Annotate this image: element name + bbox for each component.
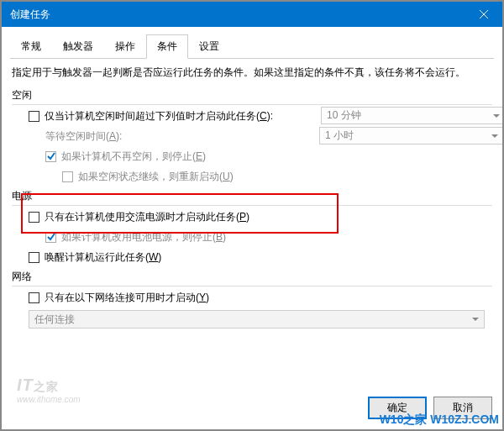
power-battery-label: 如果计算机改用电池电源，则停止(B) [61, 230, 226, 244]
section-network-label: 网络 [12, 270, 494, 284]
idle-wait-value: 1 小时 [325, 129, 354, 143]
chevron-down-icon [493, 114, 500, 118]
dialog-content: 常规 触发器 操作 条件 设置 指定用于与触发器一起判断是否应运行此任务的条件。… [2, 27, 502, 429]
power-wake-label: 唤醒计算机运行此任务(W) [45, 250, 161, 265]
chevron-down-icon [491, 134, 498, 138]
idle-wait-label: 等待空闲时间(A): [45, 129, 122, 144]
watermark-footer: W10之家 W10ZJ.COM [380, 413, 499, 428]
idle-restart-row: 如果空闲状态继续，则重新启动(U) [62, 167, 494, 186]
idle-stop-label: 如果计算机不再空闲，则停止(E) [61, 150, 206, 164]
idle-start-label: 仅当计算机空闲时间超过下列值时才启动此任务(C): [45, 109, 273, 124]
network-connection-select[interactable]: 任何连接 [29, 310, 485, 329]
window-title: 创建任务 [10, 8, 465, 22]
tab-triggers[interactable]: 触发器 [52, 34, 104, 59]
divider [12, 104, 492, 105]
network-only-checkbox[interactable] [29, 292, 39, 303]
watermark-brand: IT之家 www.ithome.com [17, 376, 81, 404]
power-ac-row: 只有在计算机使用交流电源时才启动此任务(P) [29, 208, 494, 226]
power-ac-checkbox[interactable] [29, 212, 39, 223]
idle-start-checkbox[interactable] [29, 111, 39, 122]
idle-wait-select[interactable]: 1 小时 [319, 127, 504, 145]
chevron-down-icon [472, 318, 479, 321]
power-battery-checkbox[interactable] [45, 232, 56, 243]
close-icon [480, 10, 488, 18]
network-only-label: 只有在以下网络连接可用时才启动(Y) [45, 291, 209, 305]
close-button[interactable] [465, 2, 502, 27]
network-only-row: 只有在以下网络连接可用时才启动(Y) [29, 288, 494, 307]
network-connection-value: 任何连接 [34, 313, 75, 327]
idle-restart-label: 如果空闲状态继续，则重新启动(U) [78, 170, 234, 184]
power-ac-label: 只有在计算机使用交流电源时才启动此任务(P) [45, 210, 249, 224]
divider [12, 205, 492, 206]
idle-wait-row: 等待空闲时间(A): 1 小时 [45, 127, 494, 145]
tab-bar: 常规 触发器 操作 条件 设置 [10, 34, 494, 59]
idle-stop-checkbox[interactable] [45, 151, 56, 162]
tab-actions[interactable]: 操作 [104, 34, 146, 59]
tab-settings[interactable]: 设置 [188, 34, 230, 59]
divider [12, 286, 492, 286]
power-battery-row: 如果计算机改用电池电源，则停止(B) [45, 228, 494, 246]
idle-restart-checkbox[interactable] [62, 171, 73, 182]
idle-stop-row: 如果计算机不再空闲，则停止(E) [45, 147, 494, 166]
idle-duration-value: 10 分钟 [327, 108, 361, 123]
idle-start-row: 仅当计算机空闲时间超过下列值时才启动此任务(C): 10 分钟 [29, 107, 494, 125]
power-wake-row: 唤醒计算机运行此任务(W) [29, 248, 494, 266]
idle-duration-select[interactable]: 10 分钟 [321, 107, 504, 124]
power-wake-checkbox[interactable] [29, 252, 39, 263]
titlebar: 创建任务 [2, 2, 502, 27]
tab-general[interactable]: 常规 [10, 34, 52, 59]
section-power-label: 电源 [12, 189, 494, 203]
section-idle-label: 空闲 [12, 88, 494, 102]
description-text: 指定用于与触发器一起判断是否应运行此任务的条件。如果这里指定的条件不真，该任务将… [12, 66, 492, 80]
tab-conditions[interactable]: 条件 [146, 34, 188, 59]
